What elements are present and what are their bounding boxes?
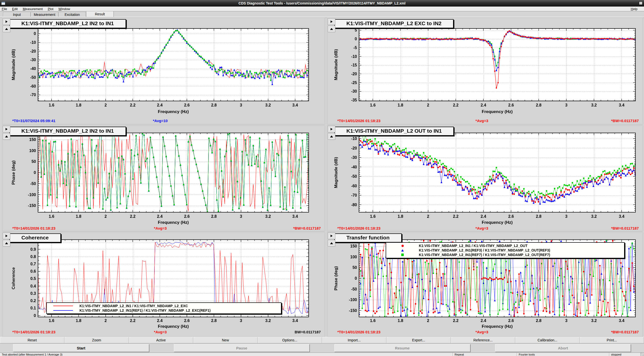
up-triangle-icon [330, 28, 333, 30]
plot-t0-label: *T0=14/01/2026 01:18:23 [337, 119, 380, 123]
tab-measurement[interactable]: Measurement [31, 12, 58, 17]
plot-avg-label: *Avg=3 [154, 226, 167, 230]
window-menu-button[interactable] [639, 2, 642, 5]
plot-toolbar: ResetZoomActiveNewOptions...Import...Exp… [0, 337, 644, 343]
status-message: Test aborted (after Measurement 1 / Aver… [0, 353, 453, 356]
plot-panel-3: K1:VIS-ITMY_NBDAMP_L2 IN2 to IN1 *T0=14/… [2, 125, 325, 231]
plot-panel-4: K1:VIS-ITMY_NBDAMP_L2 OUT to IN1 *T0=14/… [327, 125, 643, 231]
plot-avg-label: *Avg=3 [475, 330, 488, 334]
plot-panel-6: Transfer function *T0=14/01/2026 01:18:2… [327, 232, 643, 337]
plot-bw-label: *BW=0.0117187 [293, 226, 321, 230]
right-triangle-icon [6, 20, 8, 23]
export-button[interactable]: Export... [386, 337, 451, 343]
plot-t0-label: *T0=14/01/2026 01:18:23 [337, 226, 380, 230]
plot-title: Transfer function [334, 233, 402, 242]
plot-t0-label: *T0=14/01/2026 01:18:23 [12, 330, 55, 334]
circle-marker-icon [401, 245, 404, 247]
title-bar: CDS Diagnostic Test Tools - /users/Commi… [0, 0, 644, 7]
resume-button[interactable]: Resume [334, 344, 470, 352]
start-button[interactable]: Start [13, 344, 149, 352]
right-triangle-icon [331, 235, 333, 237]
pane-expand-button[interactable] [3, 233, 10, 239]
plot-panel-1: K1:VIS-ITMY_NBDAMP_L2 IN2 to IN1 *T0=31/… [2, 18, 325, 125]
legend-label: K1:VIS-ITMY_NBDAMP_L2_IN1 / K1:VIS-ITMY_… [419, 244, 528, 248]
pause-button[interactable]: Pause [174, 344, 310, 352]
print-button[interactable]: Print... [580, 337, 644, 343]
plot-panel-5: Coherence *T0=14/01/2026 01:18:23 *Avg=3… [2, 232, 325, 337]
pane-collapse-button[interactable] [3, 133, 10, 140]
plot-t0-label: *T0=14/01/2026 01:18:23 [12, 226, 55, 230]
pane-collapse-button[interactable] [3, 240, 10, 246]
plot-bw-label: *BW=0.0117187 [611, 226, 639, 230]
right-triangle-icon [331, 20, 333, 23]
pane-collapse-button[interactable] [3, 26, 10, 32]
pane-expand-button[interactable] [328, 233, 335, 239]
menu-item-measurement[interactable]: Measurement [23, 7, 43, 11]
up-triangle-icon [5, 242, 8, 244]
line-marker-icon [53, 306, 73, 306]
right-triangle-icon [6, 235, 8, 237]
pane-expand-button[interactable] [328, 126, 335, 132]
window-title: CDS Diagnostic Test Tools - /users/Commi… [0, 0, 644, 7]
pane-collapse-button[interactable] [328, 240, 335, 246]
new-button[interactable]: New [193, 337, 258, 343]
plot-title: Coherence [9, 233, 61, 242]
menu-item-file[interactable]: File [2, 7, 7, 11]
active-button[interactable]: Active [129, 337, 193, 343]
window-icon[interactable] [1, 2, 5, 5]
plot-canvas[interactable] [2, 18, 325, 125]
options-button[interactable]: Options... [258, 337, 322, 343]
zoom-button[interactable]: Zoom [64, 337, 129, 343]
plot-avg-label: *Avg=3 [475, 119, 488, 123]
right-triangle-icon [6, 128, 8, 130]
status-repeat: Repeat [453, 353, 517, 356]
legend-label: K1:VIS-ITMY_NBDAMP_L2_IN1(REF3) / K1:VIS… [419, 248, 550, 252]
pane-expand-button[interactable] [3, 18, 10, 25]
menu-bar: FileEditMeasurementPlotWindow Help [0, 7, 644, 11]
plot-bw-label: BW=0.0117187 [295, 330, 321, 334]
pane-expand-button[interactable] [3, 126, 10, 132]
legend-entry: K1:VIS-ITMY_NBDAMP_L2_IN1(REF7) / K1:VIS… [386, 253, 624, 257]
legend-label: K1:VIS-ITMY_NBDAMP_L2_IN1 / K1:VIS-ITMY_… [79, 304, 188, 308]
status-state: stopped [609, 353, 641, 356]
tab-bar: InputMeasurementExcitationResult [0, 11, 644, 17]
pane-collapse-button[interactable] [328, 133, 335, 140]
menu-item-plot[interactable]: Plot [48, 7, 53, 11]
pane-collapse-button[interactable] [328, 26, 335, 32]
pane-expand-button[interactable] [328, 18, 335, 25]
tab-excitation[interactable]: Excitation [58, 12, 86, 17]
calibration-button[interactable]: Calibration... [515, 337, 580, 343]
resize-grip[interactable] [641, 353, 644, 356]
legend-label: K1:VIS-ITMY_NBDAMP_L2_IN1(REF1) / K1:VIS… [79, 308, 211, 312]
reset-button[interactable]: Reset [0, 337, 64, 343]
menu-item-edit[interactable]: Edit [12, 7, 18, 11]
plot-canvas[interactable] [2, 232, 325, 337]
transport-controls: Start Pause Resume Abort [0, 344, 644, 352]
plot-bw-label: *BW=0.0117187 [611, 330, 639, 334]
plot-title: K1:VIS-ITMY_NBDAMP_L2 OUT to IN1 [334, 127, 454, 136]
menu-item-window[interactable]: Window [58, 7, 70, 11]
plot-canvas[interactable] [327, 125, 643, 232]
square-marker-icon [401, 254, 404, 256]
legend-entry: K1:VIS-ITMY_NBDAMP_L2_IN1(REF3) / K1:VIS… [386, 248, 624, 253]
plot-panel-2: K1:VIS-ITMY_NBDAMP_L2 EXC to IN2 *T0=14/… [327, 18, 643, 125]
up-triangle-icon [330, 135, 333, 137]
plot-legend: K1:VIS-ITMY_NBDAMP_L2_IN1 / K1:VIS-ITMY_… [46, 302, 281, 314]
legend-entry: K1:VIS-ITMY_NBDAMP_L2_IN1 / K1:VIS-ITMY_… [47, 304, 281, 308]
triangle-marker-icon [401, 249, 404, 252]
plot-legend: K1:VIS-ITMY_NBDAMP_L2_IN1 / K1:VIS-ITMY_… [386, 242, 625, 258]
legend-entry: K1:VIS-ITMY_NBDAMP_L2_IN1 / K1:VIS-ITMY_… [386, 243, 624, 248]
right-triangle-icon [331, 128, 333, 130]
reference-button[interactable]: Reference... [451, 337, 515, 343]
import-button[interactable]: Import... [322, 337, 386, 343]
plot-canvas[interactable] [327, 18, 643, 125]
tab-input[interactable]: Input [3, 12, 31, 17]
plot-t0-label: *T0=14/01/2026 01:18:23 [337, 330, 380, 334]
legend-label: K1:VIS-ITMY_NBDAMP_L2_IN1(REF7) / K1:VIS… [419, 253, 550, 257]
plot-canvas[interactable] [2, 125, 325, 232]
menu-item-help[interactable]: Help [631, 7, 637, 11]
plot-title: K1:VIS-ITMY_NBDAMP_L2 IN2 to IN1 [9, 127, 126, 136]
abort-button[interactable]: Abort [495, 344, 631, 352]
tab-result[interactable]: Result [86, 11, 114, 17]
plot-t0-label: *T0=31/07/2024 05:09:41 [12, 119, 55, 123]
